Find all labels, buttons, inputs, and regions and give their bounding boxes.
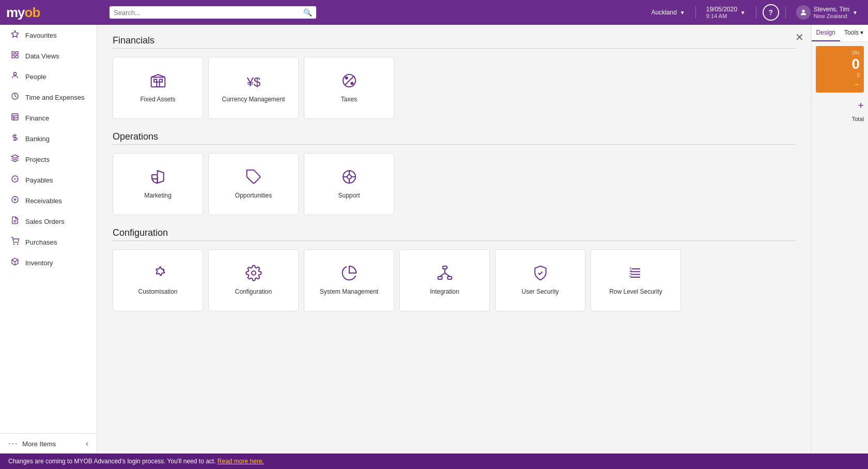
user-menu[interactable]: Stevens, Tim New Zealand ▼ <box>792 3 862 22</box>
card-marketing-label: Marketing <box>144 192 172 200</box>
sidebar-label-payables: Payables <box>25 176 53 184</box>
datetime-chevron-icon: ▼ <box>740 10 746 16</box>
card-user-security-label: User Security <box>521 288 559 296</box>
bottom-bar: Changes are coming to MYOB Advanced's lo… <box>0 453 868 469</box>
dots-icon: ··· <box>8 439 18 448</box>
search-box[interactable]: 🔍 <box>110 6 316 19</box>
card-taxes[interactable]: Taxes <box>304 57 394 119</box>
svg-rect-43 <box>443 266 447 268</box>
card-configuration[interactable]: Configuration <box>208 249 299 311</box>
tab-tools[interactable]: Tools ▾ <box>840 25 869 41</box>
orange-widget: 0% 0 0 → <box>816 46 864 93</box>
sidebar-label-people: People <box>25 73 46 81</box>
card-opportunities-label: Opportunities <box>235 192 272 200</box>
card-support[interactable]: Support <box>304 153 394 215</box>
minus-circle-icon <box>10 175 20 185</box>
datetime-selector[interactable]: 19/05/2020 9:14 AM ▼ <box>702 4 750 21</box>
sidebar-item-dataviews[interactable]: Data Views <box>0 46 97 66</box>
time-label: 9:14 AM <box>706 13 727 19</box>
help-icon: ? <box>768 8 773 17</box>
user-chevron-icon: ▼ <box>853 10 858 16</box>
card-row-level-security[interactable]: 1 2 Row Level Security <box>591 249 681 311</box>
rows-icon: 1 2 <box>628 265 644 284</box>
sidebar-item-purchases[interactable]: Purchases <box>0 232 97 252</box>
card-system-management[interactable]: System Management <box>304 249 394 311</box>
dollar-icon <box>10 133 20 144</box>
collapse-sidebar-button[interactable]: ‹ <box>86 439 88 448</box>
sidebar-item-favourites[interactable]: Favourites <box>0 25 97 46</box>
close-button[interactable]: ✕ <box>795 32 804 42</box>
sidebar-item-projects[interactable]: Projects <box>0 149 97 170</box>
card-user-security[interactable]: User Security <box>495 249 585 311</box>
svg-point-0 <box>802 10 804 12</box>
star-icon <box>10 30 20 40</box>
location-label: Auckland <box>651 9 676 16</box>
user-avatar-icon <box>796 5 811 20</box>
right-panel: Design Tools ▾ 0% 0 0 → + Total <box>811 25 868 453</box>
sidebar-label-banking: Banking <box>25 135 50 143</box>
svg-rect-4 <box>12 55 14 58</box>
svg-text:¥: ¥ <box>246 74 254 88</box>
tag-icon <box>245 169 262 188</box>
card-support-label: Support <box>338 192 360 200</box>
tab-design[interactable]: Design <box>812 25 840 41</box>
orange-value: 0 <box>851 56 860 72</box>
svg-rect-27 <box>157 82 159 86</box>
puzzle-icon <box>150 265 166 284</box>
card-marketing[interactable]: Marketing <box>113 153 203 215</box>
total-label: Total <box>812 115 868 123</box>
sidebar-label-receivables: Receivables <box>25 197 62 205</box>
logo-ob: ob <box>25 5 40 20</box>
add-button[interactable]: + <box>812 97 868 115</box>
search-input[interactable] <box>114 9 303 17</box>
card-integration[interactable]: Integration <box>399 249 490 311</box>
card-fixed-assets[interactable]: Fixed Assets <box>113 57 203 119</box>
location-selector[interactable]: Auckland ▼ <box>647 7 689 18</box>
sidebar-label-favourites: Favourites <box>25 32 57 39</box>
logo[interactable]: myob <box>6 5 103 21</box>
sidebar-item-inventory[interactable]: Inventory <box>0 252 97 273</box>
right-panel-tabs: Design Tools ▾ <box>812 25 868 42</box>
user-name-label: Stevens, Tim <box>814 6 849 13</box>
sidebar: Favourites Data Views People Time and Ex… <box>0 25 97 453</box>
content-wrapper: ✕ Financials <box>97 25 868 453</box>
svg-point-22 <box>18 244 18 244</box>
card-system-management-label: System Management <box>320 288 378 296</box>
search-icon: 🔍 <box>303 8 312 17</box>
card-integration-label: Integration <box>430 288 459 296</box>
orange-pct: 0% <box>853 50 860 56</box>
card-customisation-label: Customisation <box>138 288 177 296</box>
sidebar-item-timeexpenses[interactable]: Time and Expenses <box>0 87 97 108</box>
card-currency-management[interactable]: ¥ $ Currency Management <box>208 57 299 119</box>
sidebar-label-timeexpenses: Time and Expenses <box>25 94 84 101</box>
sidebar-label-purchases: Purchases <box>25 238 57 246</box>
card-row-level-security-label: Row Level Security <box>609 288 662 296</box>
sidebar-item-payables[interactable]: Payables <box>0 170 97 190</box>
svg-rect-8 <box>12 114 18 120</box>
sidebar-item-receivables[interactable]: Receivables <box>0 190 97 211</box>
sidebar-item-people[interactable]: People <box>0 66 97 87</box>
more-items-button[interactable]: ··· More Items <box>8 439 56 448</box>
operations-cards: Marketing Opportunities <box>113 153 796 215</box>
sidebar-item-salesorders[interactable]: Sales Orders <box>0 211 97 232</box>
taxes-icon <box>341 72 358 92</box>
gear-icon <box>245 265 262 284</box>
card-opportunities[interactable]: Opportunities <box>208 153 299 215</box>
pie-icon <box>341 265 358 284</box>
help-button[interactable]: ? <box>763 4 779 21</box>
location-chevron-icon: ▼ <box>680 10 685 16</box>
svg-rect-3 <box>16 52 18 54</box>
svg-line-47 <box>440 273 444 277</box>
sidebar-item-finance[interactable]: Finance <box>0 108 97 128</box>
bottom-bar-link[interactable]: Read more here. <box>218 458 264 465</box>
card-customisation[interactable]: Customisation <box>113 249 203 311</box>
card-currency-label: Currency Management <box>222 96 285 104</box>
main-content: ✕ Financials <box>97 25 811 453</box>
finance-icon <box>10 113 20 123</box>
card-configuration-label: Configuration <box>235 288 272 296</box>
sidebar-item-banking[interactable]: Banking <box>0 128 97 149</box>
divider-2 <box>756 6 756 19</box>
currency-icon: ¥ $ <box>245 72 262 92</box>
financials-cards: Fixed Assets ¥ $ Currency Management <box>113 57 796 119</box>
svg-point-42 <box>252 271 256 275</box>
